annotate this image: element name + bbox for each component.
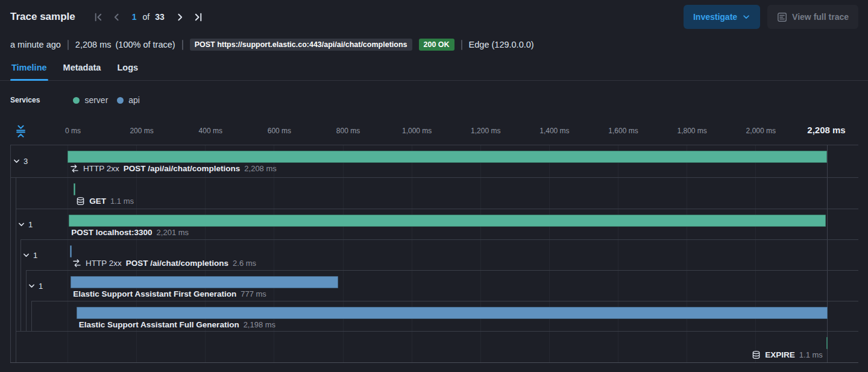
accordion-toggle[interactable]: 3 bbox=[13, 157, 28, 166]
child-count: 3 bbox=[24, 157, 28, 166]
indent-guide bbox=[20, 239, 21, 331]
axis-tick-label: 800 ms bbox=[336, 127, 360, 135]
span-bar[interactable] bbox=[70, 245, 72, 257]
row-separator bbox=[16, 209, 858, 209]
database-icon bbox=[76, 197, 85, 206]
transaction-icon bbox=[72, 259, 81, 268]
indent-guide bbox=[31, 301, 32, 331]
accordion-toggle[interactable]: 1 bbox=[17, 220, 33, 229]
indent-guide bbox=[16, 177, 16, 362]
span-duration: 1.1 ms bbox=[110, 197, 134, 206]
axis-tick-label: 1,800 ms bbox=[677, 127, 706, 135]
row-separator bbox=[10, 145, 858, 145]
axis-end-label: 2,208 ms bbox=[807, 125, 845, 135]
span-name: POST localhost:3300 bbox=[71, 228, 152, 237]
child-count: 1 bbox=[28, 220, 33, 229]
span-name: EXPIRE bbox=[765, 350, 795, 359]
row-separator bbox=[16, 331, 858, 332]
span-bar[interactable] bbox=[74, 183, 75, 195]
span-label[interactable]: Elastic Support Assistant First Generati… bbox=[73, 289, 266, 298]
axis-tick-label: 1,400 ms bbox=[539, 127, 569, 135]
waterfall-chart: 0 ms200 ms400 ms600 ms800 ms1,000 ms1,20… bbox=[0, 0, 868, 372]
axis-tick-label: 1,200 ms bbox=[471, 127, 500, 135]
axis-tick-label: 600 ms bbox=[268, 127, 291, 135]
chevron-down-icon bbox=[13, 157, 20, 165]
span-duration: 777 ms bbox=[241, 289, 266, 298]
axis-tick-label: 1,600 ms bbox=[608, 127, 638, 135]
indent-guide bbox=[26, 270, 27, 331]
span-result: HTTP 2xx bbox=[83, 164, 119, 173]
row-separator bbox=[11, 177, 858, 178]
span-duration: 2,201 ms bbox=[157, 228, 189, 237]
span-label[interactable]: EXPIRE1.1 ms bbox=[752, 350, 823, 359]
axis-tick-label: 400 ms bbox=[199, 127, 222, 135]
span-label[interactable]: GET1.1 ms bbox=[76, 197, 134, 206]
span-duration: 1.1 ms bbox=[799, 350, 823, 359]
row-separator bbox=[20, 239, 858, 240]
chevron-down-icon bbox=[17, 221, 25, 229]
span-label[interactable]: POST localhost:33002,201 ms bbox=[71, 228, 189, 237]
chevron-down-icon bbox=[28, 282, 36, 290]
child-count: 1 bbox=[39, 282, 43, 291]
trace-sample-panel: Trace sample 1 of 33 Investigate bbox=[0, 0, 868, 372]
child-count: 1 bbox=[33, 251, 37, 260]
span-bar[interactable] bbox=[69, 215, 826, 227]
span-bar[interactable] bbox=[68, 151, 827, 163]
axis-tick-label: 2,000 ms bbox=[746, 127, 776, 135]
span-bar[interactable] bbox=[77, 307, 828, 319]
span-bar[interactable] bbox=[71, 276, 338, 288]
span-label[interactable]: HTTP 2xxPOST /ai/chat/completions2.6 ms bbox=[72, 259, 256, 268]
span-label[interactable]: HTTP 2xxPOST /api/ai/chat/completions2,2… bbox=[70, 164, 277, 173]
row-separator bbox=[26, 270, 858, 271]
span-name: Elastic Support Assistant First Generati… bbox=[73, 289, 236, 298]
span-name: POST /ai/chat/completions bbox=[126, 259, 228, 268]
span-duration: 2,208 ms bbox=[244, 164, 276, 173]
axis-tick-label: 0 ms bbox=[65, 127, 81, 135]
span-result: HTTP 2xx bbox=[86, 259, 122, 268]
span-name: GET bbox=[89, 197, 106, 206]
axis-tick-label: 200 ms bbox=[130, 127, 153, 135]
database-icon bbox=[752, 350, 761, 359]
axis-tick-label: 1,000 ms bbox=[402, 127, 432, 135]
span-duration: 2.6 ms bbox=[233, 259, 256, 268]
accordion-toggle[interactable]: 1 bbox=[22, 251, 37, 260]
transaction-icon bbox=[70, 164, 79, 173]
row-separator bbox=[31, 301, 858, 301]
accordion-toggle[interactable]: 1 bbox=[28, 282, 43, 291]
span-bar[interactable] bbox=[826, 337, 828, 349]
span-name: POST /api/ai/chat/completions bbox=[124, 164, 241, 173]
row-separator bbox=[10, 362, 858, 363]
chevron-down-icon bbox=[22, 251, 30, 259]
span-name: Elastic Support Assistant Full Generatio… bbox=[79, 320, 239, 329]
span-duration: 2,198 ms bbox=[244, 320, 275, 329]
span-label[interactable]: Elastic Support Assistant Full Generatio… bbox=[79, 320, 275, 329]
